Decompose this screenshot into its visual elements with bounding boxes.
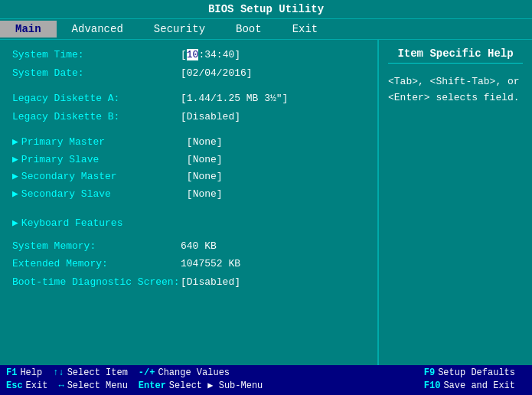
primary-slave-label: Primary Slave [21, 152, 187, 168]
menu-item-exit[interactable]: Exit [277, 21, 334, 38]
status-updown: ↑↓ Select Item [53, 367, 128, 378]
legacy-b-row: Legacy Diskette B: [Disabled] [12, 109, 365, 125]
secondary-slave-row[interactable]: ▶ Secondary Slave [None] [12, 187, 365, 202]
help-panel-title: Item Specific Help [388, 47, 523, 64]
left-panel: System Time: [10:34:40] System Date: [02… [0, 40, 379, 365]
content-area: System Time: [10:34:40] System Date: [02… [0, 40, 532, 365]
keyboard-features-row[interactable]: ▶ Keyboard Features [12, 216, 365, 231]
system-memory-value: 640 KB [181, 239, 217, 254]
legacy-a-label: Legacy Diskette A: [12, 91, 181, 106]
status-bar: F1 Help ↑↓ Select Item -/+ Change Values… [0, 365, 532, 395]
status-row-1: F1 Help ↑↓ Select Item -/+ Change Values… [6, 367, 526, 378]
legacy-b-value[interactable]: [Disabled] [181, 109, 240, 125]
secondary-master-value: [None] [187, 169, 223, 184]
keyboard-features-label: Keyboard Features [21, 216, 187, 231]
legacy-a-row: Legacy Diskette A: [1.44/1.25 MB 3½"] [12, 91, 365, 106]
secondary-slave-label: Secondary Slave [21, 187, 187, 202]
menu-item-advanced[interactable]: Advanced [57, 21, 139, 38]
extended-memory-value: 1047552 KB [181, 256, 240, 272]
legacy-a-value[interactable]: [1.44/1.25 MB 3½"] [181, 91, 288, 106]
secondary-master-row[interactable]: ▶ Secondary Master [None] [12, 169, 365, 184]
boot-diagnostic-row: Boot-time Diagnostic Screen: [Disabled] [12, 275, 365, 290]
secondary-slave-value: [None] [187, 187, 223, 202]
extended-memory-row: Extended Memory: 1047552 KB [12, 256, 365, 272]
status-f1: F1 Help [6, 367, 42, 378]
primary-master-row[interactable]: ▶ Primary Master [None] [12, 135, 365, 150]
secondary-slave-arrow: ▶ [12, 187, 18, 202]
primary-master-value: [None] [187, 135, 223, 150]
status-esc: Esc Exit [6, 380, 47, 391]
help-panel-text: <Tab>, <Shift-Tab>, or <Enter> selects f… [388, 74, 523, 106]
system-date-label: System Date: [12, 66, 181, 81]
boot-diagnostic-label: Boot-time Diagnostic Screen: [12, 275, 181, 290]
primary-slave-arrow: ▶ [12, 152, 18, 168]
status-enter: Enter Select ▶ Sub-Menu [139, 380, 263, 391]
extended-memory-label: Extended Memory: [12, 256, 181, 272]
system-time-label: System Time: [12, 47, 181, 63]
boot-diagnostic-value[interactable]: [Disabled] [181, 275, 240, 290]
system-time-cursor: 10 [187, 49, 199, 60]
secondary-master-label: Secondary Master [21, 169, 187, 184]
menu-item-security[interactable]: Security [139, 21, 220, 38]
keyboard-features-arrow: ▶ [12, 216, 18, 231]
status-f10: F10 Save and Exit [424, 380, 515, 391]
system-time-row: System Time: [10:34:40] [12, 47, 365, 63]
secondary-master-arrow: ▶ [12, 169, 18, 184]
system-memory-label: System Memory: [12, 239, 181, 254]
primary-master-arrow: ▶ [12, 135, 18, 150]
menu-item-main[interactable]: Main [0, 21, 57, 38]
system-date-value[interactable]: [02/04/2016] [181, 66, 253, 81]
menu-bar[interactable]: Main Advanced Security Boot Exit [0, 18, 532, 40]
status-row-2: Esc Exit ↔ Select Menu Enter Select ▶ Su… [6, 380, 526, 391]
system-date-row: System Date: [02/04/2016] [12, 66, 365, 81]
system-time-value[interactable]: [10:34:40] [181, 47, 240, 63]
system-memory-row: System Memory: 640 KB [12, 239, 365, 254]
legacy-b-label: Legacy Diskette B: [12, 109, 181, 125]
bios-title: BIOS Setup Utility [208, 3, 324, 15]
primary-slave-row[interactable]: ▶ Primary Slave [None] [12, 152, 365, 168]
primary-slave-value: [None] [187, 152, 223, 168]
title-bar: BIOS Setup Utility [0, 0, 532, 18]
status-plusminus: -/+ Change Values [139, 367, 230, 378]
menu-item-boot[interactable]: Boot [220, 21, 277, 38]
primary-master-label: Primary Master [21, 135, 187, 150]
bios-container: BIOS Setup Utility Main Advanced Securit… [0, 0, 532, 395]
status-leftright: ↔ Select Menu [58, 380, 127, 391]
right-panel: Item Specific Help <Tab>, <Shift-Tab>, o… [379, 40, 532, 365]
status-f9: F9 Setup Defaults [424, 367, 515, 378]
